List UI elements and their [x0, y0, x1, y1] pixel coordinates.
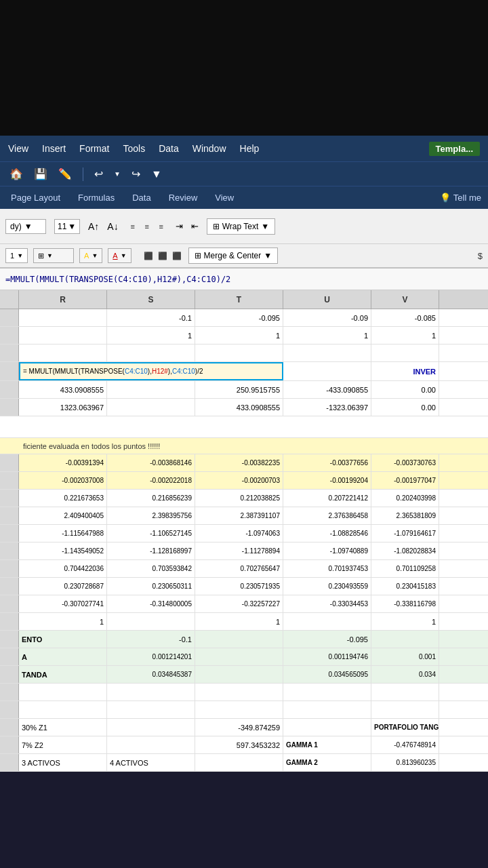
cell-ref-dropdown[interactable]: ▼: [17, 252, 23, 259]
table-row-bottom-3: 3 ACTIVOS 4 ACTIVOS GAMMA 2 0.813960235: [0, 754, 488, 772]
menu-format[interactable]: Format: [79, 143, 109, 154]
wrap-text-dropdown[interactable]: ▼: [261, 222, 269, 231]
separator-1: [83, 167, 83, 181]
indent-icon[interactable]: ⇥: [176, 221, 183, 231]
redo-icon[interactable]: ↪: [129, 166, 143, 182]
table-row: 0.230728687 0.230650311 0.230571935 0.23…: [0, 578, 488, 595]
column-headers: R S T U V: [0, 290, 488, 309]
cell-t1[interactable]: -0.095: [195, 309, 283, 326]
font-color-box[interactable]: A ▼: [108, 248, 131, 263]
tab-page-layout[interactable]: Page Layout: [7, 191, 64, 204]
tab-view[interactable]: View: [211, 191, 238, 204]
font-name-value: dy): [10, 222, 22, 231]
table-row: -0.307027741 -0.314800005 -0.32257227 -0…: [0, 595, 488, 613]
shrink-font-icon[interactable]: A↓: [107, 221, 118, 232]
spreadsheet: R S T U V -0.1 -0.095 -0.09 -0.085 1 1 1…: [0, 290, 488, 772]
table-row: 2.409400405 2.398395756 2.387391107 2.37…: [0, 507, 488, 525]
tell-me-section[interactable]: 💡 Tell me: [440, 193, 481, 203]
font-size-selector[interactable]: 11 ▼: [54, 219, 80, 234]
label-tanda: TANDA: [19, 666, 107, 683]
currency-icon[interactable]: $: [478, 251, 483, 261]
size-dropdown-icon[interactable]: ▼: [68, 222, 76, 231]
grow-font-icon[interactable]: A↑: [88, 221, 99, 232]
align-center[interactable]: ⬛: [157, 250, 169, 261]
template-button[interactable]: Templa...: [429, 142, 480, 156]
save-icon[interactable]: 💾: [31, 166, 50, 182]
label-a: A: [19, 648, 107, 665]
border-box[interactable]: ⊞ ▼: [33, 248, 74, 263]
color-fill-box[interactable]: A ▼: [79, 248, 102, 263]
col-header-r: R: [19, 290, 107, 309]
cell-s2[interactable]: 1: [107, 327, 195, 344]
table-row: -0.002037008 -0.002022018 -0.00200703 -0…: [0, 472, 488, 490]
table-row: [0, 344, 488, 362]
col-header-s: S: [107, 290, 195, 309]
table-row: -1.115647988 -1.106527145 -1.0974063 -1.…: [0, 525, 488, 542]
undo-icon[interactable]: ↩: [92, 166, 106, 182]
undo-dropdown[interactable]: ▼: [111, 169, 123, 179]
font-size-value: 11: [58, 222, 66, 231]
table-row: A 0.001214201 0.001194746 0.001: [0, 648, 488, 666]
activos3-label: 3 ACTIVOS: [19, 754, 107, 771]
align-top-right[interactable]: ≡: [155, 221, 167, 232]
ribbon-tabs: Page Layout Formulas Data Review View 💡 …: [0, 186, 488, 209]
cell-t2[interactable]: 1: [195, 327, 283, 344]
alignment-group: ≡ ≡ ≡: [127, 221, 167, 232]
cell-v1[interactable]: -0.085: [371, 309, 439, 326]
activos4-label: 4 ACTIVOS: [107, 754, 195, 771]
table-row-bottom-1: 30% Z1 -349.874259 PORTAFOLIO TANGEN: [0, 719, 488, 736]
merge-dropdown[interactable]: ▼: [264, 251, 272, 260]
merge-center-label: Merge & Center: [204, 251, 262, 260]
table-row: TANDA 0.034845387 0.034565095 0.034: [0, 666, 488, 684]
align-top-center[interactable]: ≡: [141, 221, 153, 232]
table-row: ENTO -0.1 -0.095: [0, 631, 488, 648]
tell-me-label[interactable]: Tell me: [453, 193, 481, 203]
font-dropdown-icon[interactable]: ▼: [24, 222, 33, 231]
table-row-bottom-2: 7% Z2 597.3453232 GAMMA 1 -0.476748914: [0, 736, 488, 754]
home-icon[interactable]: 🏠: [7, 166, 26, 182]
more-icon[interactable]: ▼: [148, 167, 165, 182]
cell-ref-box[interactable]: 1 ▼: [5, 248, 28, 263]
wrap-text-label: Wrap Text: [222, 222, 259, 231]
table-row: -0.00391394 -0.003868146 -0.00382235 -0.…: [0, 454, 488, 472]
tab-data[interactable]: Data: [128, 191, 155, 204]
cell-u1[interactable]: -0.09: [283, 309, 371, 326]
table-row: -0.1 -0.095 -0.09 -0.085: [0, 309, 488, 327]
formula-bar: =MMULT(MMULT(TRANSPOSE(C4:C10),H12#),C4:…: [0, 269, 488, 290]
cell-s1[interactable]: -0.1: [107, 309, 195, 326]
menu-insert[interactable]: Insert: [42, 143, 66, 154]
tab-review[interactable]: Review: [165, 191, 202, 204]
cell-r1[interactable]: [19, 309, 107, 326]
menu-window[interactable]: Window: [192, 143, 226, 154]
row-num-header: [0, 290, 19, 309]
align-top-left[interactable]: ≡: [127, 221, 139, 232]
menu-view[interactable]: View: [8, 143, 28, 154]
inver-label: INVER: [371, 362, 439, 380]
wrap-text-icon: ⊞: [213, 222, 220, 231]
table-row: 1 1 1: [0, 613, 488, 631]
wrap-text-button[interactable]: ⊞ Wrap Text ▼: [207, 218, 275, 235]
align-right[interactable]: ⬛: [171, 250, 183, 261]
cell-r2[interactable]: [19, 327, 107, 344]
menu-tools[interactable]: Tools: [123, 143, 145, 154]
table-row: [0, 701, 488, 719]
lightbulb-icon: 💡: [440, 193, 451, 203]
formula-cell[interactable]: = MMULT(MMULT(TRANSPOSE(C4:C10),H12#),C4…: [19, 362, 283, 380]
gamma2-label: GAMMA 2: [283, 754, 371, 771]
merge-center-button[interactable]: ⊞ Merge & Center ▼: [188, 248, 279, 264]
align-left[interactable]: ⬛: [142, 250, 155, 261]
tab-formulas[interactable]: Formulas: [74, 191, 119, 204]
font-name-selector[interactable]: dy) ▼: [5, 219, 46, 234]
menu-data[interactable]: Data: [159, 143, 179, 154]
menu-bar: View Insert Format Tools Data Window Hel…: [0, 136, 488, 161]
table-row: 1 1 1 1: [0, 327, 488, 344]
cell-u2[interactable]: 1: [283, 327, 371, 344]
edit-icon[interactable]: ✏️: [56, 166, 75, 182]
menu-help[interactable]: Help: [240, 143, 260, 154]
z1-label: 30% Z1: [19, 719, 107, 736]
coeficiente-text: ficiente evaluada en todos los puntos !!…: [19, 442, 488, 450]
cell-v2[interactable]: 1: [371, 327, 439, 344]
outdent-icon[interactable]: ⇤: [191, 221, 199, 231]
coeficiente-row: ficiente evaluada en todos los puntos !!…: [0, 438, 488, 454]
table-row: [0, 684, 488, 701]
